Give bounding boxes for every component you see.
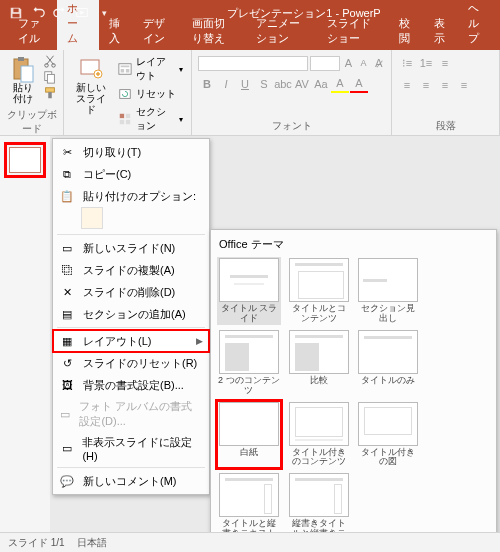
font-color-button[interactable]: A xyxy=(350,75,368,93)
svg-rect-10 xyxy=(46,88,55,92)
slide-indicator: スライド 1/1 xyxy=(8,536,65,550)
tab-help[interactable]: ヘルプ xyxy=(458,0,500,50)
copy-icon[interactable] xyxy=(43,70,57,84)
change-case-button[interactable]: Aa xyxy=(312,75,330,93)
thumbnail-highlight xyxy=(4,142,46,178)
bullets-button[interactable]: ⁝≡ xyxy=(398,54,416,72)
group-label-clipboard: クリップボード xyxy=(6,106,57,136)
section-icon xyxy=(118,112,132,126)
context-menu: ✂切り取り(T) ⧉コピー(C) 📋貼り付けのオプション: ▭新しいスライド(N… xyxy=(52,138,210,495)
layout-content-caption[interactable]: タイトル付きのコンテンツ xyxy=(287,401,351,469)
delete-icon: ✕ xyxy=(59,284,75,300)
paste-label: 貼り付け xyxy=(10,82,35,104)
language-indicator: 日本語 xyxy=(77,536,107,550)
new-slide-button[interactable]: 新しい スライド xyxy=(70,54,112,117)
new-slide-label: 新しい スライド xyxy=(74,82,108,115)
underline-button[interactable]: U xyxy=(236,75,254,93)
align-center-button[interactable]: ≡ xyxy=(417,76,435,94)
layout-panel: Office テーマ タイトル スライド タイトルとコンテンツ セクション見出し… xyxy=(210,229,497,552)
group-slides: 新しい スライド レイアウト▾ リセット セクション▾ スライド xyxy=(64,50,192,135)
font-highlight-button[interactable]: A xyxy=(331,75,349,93)
cm-reset[interactable]: ↺スライドのリセット(R) xyxy=(53,352,209,374)
font-size-input[interactable] xyxy=(310,56,340,71)
undo-icon[interactable] xyxy=(28,3,48,23)
justify-button[interactable]: ≡ xyxy=(455,76,473,94)
ribbon: 貼り付け クリップボード 新しい スライド レイアウト▾ リセット セクション▾… xyxy=(0,50,500,136)
reset-icon: ↺ xyxy=(59,355,75,371)
align-left-button[interactable]: ≡ xyxy=(398,76,416,94)
cm-photo-album: ▭フォト アルバムの書式設定(D)... xyxy=(53,396,209,432)
hide-icon: ▭ xyxy=(59,441,74,457)
group-label-font: フォント xyxy=(198,117,385,133)
cm-cut[interactable]: ✂切り取り(T) xyxy=(53,141,209,163)
layout-blank[interactable]: 白紙 xyxy=(217,401,281,469)
qat-dropdown-icon[interactable]: ▾ xyxy=(94,3,114,23)
cm-hide-slide[interactable]: ▭非表示スライドに設定(H) xyxy=(53,432,209,465)
slide-thumb-1[interactable] xyxy=(9,147,41,173)
font-family-input[interactable] xyxy=(198,56,308,71)
start-from-beginning-icon[interactable] xyxy=(72,3,92,23)
italic-button[interactable]: I xyxy=(217,75,235,93)
svg-rect-19 xyxy=(120,114,124,118)
numbering-button[interactable]: 1≡ xyxy=(417,54,435,72)
cut-icon[interactable] xyxy=(43,54,57,68)
redo-icon[interactable] xyxy=(50,3,70,23)
layout-title-slide[interactable]: タイトル スライド xyxy=(217,257,281,325)
svg-rect-9 xyxy=(47,74,54,83)
cut-icon: ✂ xyxy=(59,144,75,160)
cm-copy[interactable]: ⧉コピー(C) xyxy=(53,163,209,185)
section-button[interactable]: セクション▾ xyxy=(116,104,185,134)
cm-new-comment[interactable]: 💬新しいコメント(M) xyxy=(53,470,209,492)
group-clipboard: 貼り付け クリップボード xyxy=(0,50,64,135)
cm-new-slide[interactable]: ▭新しいスライド(N) xyxy=(53,237,209,259)
tab-view[interactable]: 表示 xyxy=(424,12,459,50)
bold-button[interactable]: B xyxy=(198,75,216,93)
increase-font-icon[interactable]: A xyxy=(342,54,355,72)
paste-icon xyxy=(11,56,35,80)
tab-animations[interactable]: アニメーション xyxy=(246,12,317,50)
paste-option-buttons xyxy=(53,207,209,232)
cm-delete[interactable]: ✕スライドの削除(D) xyxy=(53,281,209,303)
statusbar: スライド 1/1 日本語 xyxy=(0,532,500,552)
decrease-font-icon[interactable]: A xyxy=(357,54,370,72)
layout-comparison[interactable]: 比較 xyxy=(287,329,351,397)
reset-button[interactable]: リセット xyxy=(116,86,185,102)
layout-section-header[interactable]: セクション見出し xyxy=(357,257,421,325)
slide-thumbnails: 1 xyxy=(0,136,50,532)
svg-rect-16 xyxy=(120,69,124,73)
indent-decrease-button[interactable]: ≡ xyxy=(436,54,454,72)
separator xyxy=(57,467,205,468)
ribbon-tabs: ファイル ホーム 挿入 デザイン 画面切り替え アニメーション スライド ショー… xyxy=(0,26,500,50)
cm-format-bg[interactable]: 🖼背景の書式設定(B)... xyxy=(53,374,209,396)
tab-slideshow[interactable]: スライド ショー xyxy=(317,12,390,50)
tab-design[interactable]: デザイン xyxy=(133,12,182,50)
save-icon[interactable] xyxy=(6,3,26,23)
layout-icon xyxy=(118,62,132,76)
svg-rect-22 xyxy=(126,120,130,124)
paste-button[interactable]: 貼り付け xyxy=(6,54,39,106)
layout-picture-caption[interactable]: タイトル付きの図 xyxy=(357,401,421,469)
cm-paste-options: 📋貼り付けのオプション: xyxy=(53,185,209,207)
tab-review[interactable]: 校閲 xyxy=(389,12,424,50)
char-spacing-button[interactable]: AV xyxy=(293,75,311,93)
svg-rect-1 xyxy=(13,14,20,18)
cm-layout[interactable]: ▦レイアウト(L)▶ xyxy=(53,330,209,352)
svg-rect-4 xyxy=(18,57,24,61)
new-slide-icon: ▭ xyxy=(59,240,75,256)
section-icon: ▤ xyxy=(59,306,75,322)
layout-title-content[interactable]: タイトルとコンテンツ xyxy=(287,257,351,325)
clear-format-icon[interactable]: A̷ xyxy=(372,54,385,72)
layout-two-content[interactable]: 2 つのコンテンツ xyxy=(217,329,281,397)
strikethrough-button[interactable]: S xyxy=(255,75,273,93)
comment-icon: 💬 xyxy=(59,473,75,489)
tab-transitions[interactable]: 画面切り替え xyxy=(182,12,246,50)
layout-title-only[interactable]: タイトルのみ xyxy=(357,329,421,397)
shadow-button[interactable]: abc xyxy=(274,75,292,93)
layout-button[interactable]: レイアウト▾ xyxy=(116,54,185,84)
align-right-button[interactable]: ≡ xyxy=(436,76,454,94)
format-painter-icon[interactable] xyxy=(43,86,57,100)
paste-option-1[interactable] xyxy=(81,207,103,229)
cm-add-section[interactable]: ▤セクションの追加(A) xyxy=(53,303,209,325)
separator xyxy=(57,327,205,328)
cm-duplicate[interactable]: ⿻スライドの複製(A) xyxy=(53,259,209,281)
